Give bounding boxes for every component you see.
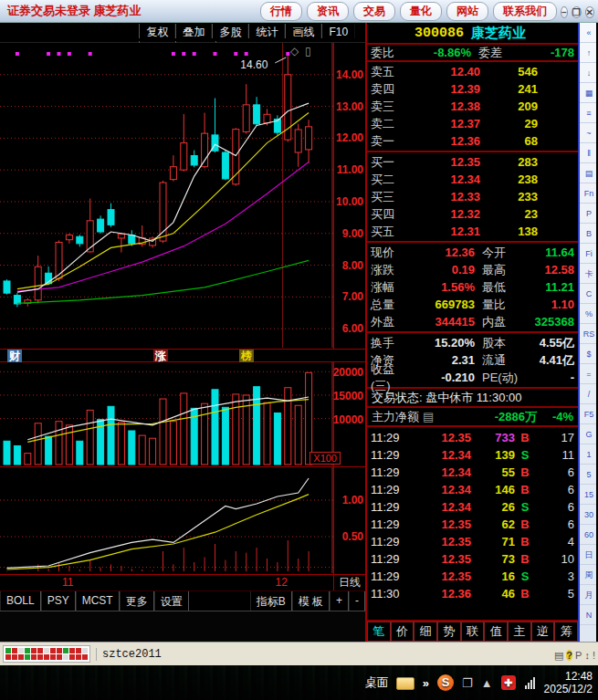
indicator-BOLL-button[interactable]: BOLL: [0, 591, 41, 611]
tick-row[interactable]: 11:29 12.34 146 B 6: [367, 481, 578, 498]
note-icon[interactable]: ▯: [305, 45, 311, 57]
side-tool-icon-C[interactable]: C: [580, 284, 596, 304]
side-tool-icon-‖[interactable]: ‖: [580, 143, 596, 163]
statusbar-icon-4[interactable]: !: [593, 650, 595, 661]
tick-row[interactable]: 11:29 12.35 71 B 4: [367, 533, 578, 550]
quote-queue-row[interactable]: 买三 12.33 233: [367, 188, 578, 205]
side-tool-icon-$[interactable]: $: [580, 344, 596, 364]
side-tool-icon-▤[interactable]: ▤: [580, 163, 596, 183]
kline-plot[interactable]: 14.60◇▯: [0, 43, 333, 349]
volume-plot[interactable]: X100: [0, 362, 333, 466]
side-tool-icon-↓[interactable]: ↓: [580, 63, 596, 83]
indicator---button[interactable]: -: [349, 591, 365, 611]
toolbar-F10-button[interactable]: F10: [321, 24, 355, 38]
tick-row[interactable]: 11:29 12.35 62 B 6: [367, 516, 578, 533]
side-tool-icon-5[interactable]: 5: [580, 465, 596, 485]
quote-tab-主[interactable]: 主: [508, 622, 531, 642]
side-tool-icon-≡[interactable]: ≡: [580, 103, 596, 123]
side-tool-icon-B[interactable]: B: [580, 224, 596, 244]
market-heatmap[interactable]: [3, 645, 90, 663]
statusbar-icon-0[interactable]: ▤: [554, 650, 563, 661]
chart-badge-涨[interactable]: 涨: [153, 350, 168, 362]
tick-row[interactable]: 11:29 12.34 26 S 6: [367, 498, 578, 516]
menu-资讯-button[interactable]: 资讯: [307, 2, 349, 21]
menu-联系我们-button[interactable]: 联系我们: [493, 2, 557, 21]
side-tool-icon-N[interactable]: N: [580, 605, 596, 625]
side-tool-icon-周[interactable]: 周: [580, 565, 596, 585]
quote-queue-row[interactable]: 买二 12.34 238: [367, 171, 578, 188]
quote-queue-row[interactable]: 卖五 12.40 546: [367, 63, 578, 80]
quote-tab-值[interactable]: 值: [484, 622, 508, 642]
menu-网站-button[interactable]: 网站: [446, 2, 488, 21]
restore-button[interactable]: ❐: [572, 6, 582, 18]
tick-row[interactable]: 11:30 12.36 46 B 5: [367, 585, 578, 602]
kline-pane[interactable]: 14.60◇▯ 14.0013.0012.0011.0010.009.008.0…: [0, 43, 365, 350]
menu-交易-button[interactable]: 交易: [353, 2, 395, 21]
side-tool-icon-卡[interactable]: 卡: [580, 264, 596, 284]
side-tool-icon-F5[interactable]: F5: [580, 404, 596, 424]
side-tool-icon-15[interactable]: 15: [580, 485, 596, 505]
folder-icon[interactable]: [396, 677, 414, 690]
toolbar-画线-button[interactable]: 画线: [285, 24, 321, 38]
quote-tab-势[interactable]: 势: [437, 622, 461, 642]
tick-row[interactable]: 11:29 12.34 55 B 6: [367, 464, 578, 481]
indicator-pane[interactable]: 1.000.50: [0, 467, 365, 575]
close-button[interactable]: ✕: [585, 6, 594, 18]
list-icon[interactable]: ▤: [423, 410, 434, 423]
toolbar-叠加-button[interactable]: 叠加: [175, 24, 212, 38]
menu-行情-button[interactable]: 行情: [260, 2, 302, 21]
indicator-指标B-button[interactable]: 指标B: [250, 591, 292, 611]
quote-tab-逆[interactable]: 逆: [531, 622, 555, 642]
quote-tab-笔[interactable]: 笔: [367, 622, 391, 642]
desktop-button[interactable]: 桌面: [365, 674, 389, 691]
side-tool-icon-~[interactable]: ~: [580, 123, 596, 143]
side-tool-icon-«[interactable]: «: [580, 23, 596, 43]
quote-queue-row[interactable]: 卖二 12.37 29: [367, 115, 578, 132]
tick-row[interactable]: 11:29 12.34 139 S 11: [367, 446, 578, 464]
indicator-plot[interactable]: [0, 467, 333, 574]
statusbar-icon-3[interactable]: ↕: [584, 650, 590, 661]
indicator-设置-button[interactable]: 设置: [154, 591, 189, 611]
side-tool-icon-60[interactable]: 60: [580, 525, 596, 545]
side-tool-icon-月[interactable]: 月: [580, 585, 596, 605]
side-tool-icon-日[interactable]: 日: [580, 545, 596, 565]
side-tool-icon-Fn[interactable]: Fn: [580, 183, 596, 204]
indicator-MCST-button[interactable]: MCST: [76, 591, 120, 611]
quote-queue-row[interactable]: 卖四 12.39 241: [367, 80, 578, 98]
tick-list[interactable]: 11:29 12.35 733 B 17 11:29 12.34 139 S 1…: [367, 427, 578, 622]
side-tool-icon-%[interactable]: %: [580, 304, 596, 324]
indicator-更多-button[interactable]: 更多: [120, 591, 154, 611]
side-tool-icon-/[interactable]: /: [580, 384, 596, 404]
network-signal-icon[interactable]: [524, 676, 535, 689]
quote-queue-row[interactable]: 买四 12.32 23: [367, 205, 578, 223]
tick-row[interactable]: 11:29 12.35 73 B 10: [367, 550, 578, 568]
volume-pane[interactable]: X100 200001500010000: [0, 362, 365, 467]
toolbar-统计-button[interactable]: 统计: [248, 24, 285, 38]
quote-queue-row[interactable]: 买一 12.35 283: [367, 153, 578, 171]
statusbar-icon-2[interactable]: P: [575, 650, 582, 661]
period-label[interactable]: 日线: [333, 575, 365, 590]
toolbar-复权-button[interactable]: 复权: [139, 24, 175, 38]
side-tool-icon-=[interactable]: =: [580, 364, 596, 384]
side-tool-icon-P[interactable]: P: [580, 204, 596, 224]
statusbar-icon-1[interactable]: ?: [566, 650, 572, 661]
indicator-PSY-button[interactable]: PSY: [41, 591, 76, 611]
clock[interactable]: 12:48 2025/12/2: [544, 670, 593, 695]
chart-badge-榜[interactable]: 榜: [239, 350, 254, 362]
quote-queue-row[interactable]: 卖一 12.36 68: [367, 132, 578, 150]
side-tool-icon-G[interactable]: G: [580, 424, 596, 444]
tick-row[interactable]: 11:29 12.35 16 S 3: [367, 568, 578, 585]
side-tool-icon-RS[interactable]: RS: [580, 324, 596, 344]
side-tool-icon-30[interactable]: 30: [580, 505, 596, 525]
main-capital-row[interactable]: 主力净额 ▤ -2886万 -4%: [367, 408, 578, 427]
side-tool-icon-1[interactable]: 1: [580, 444, 596, 465]
tray-up-icon[interactable]: ▲: [481, 676, 493, 690]
tray-expand-icon[interactable]: »: [423, 676, 429, 690]
quote-tab-筹[interactable]: 筹: [554, 622, 578, 642]
quote-tab-价[interactable]: 价: [391, 622, 414, 642]
menu-量化-button[interactable]: 量化: [400, 2, 442, 21]
minimize-button[interactable]: –: [561, 6, 568, 18]
indicator-模 板-button[interactable]: 模 板: [292, 591, 330, 611]
window-restore-icon[interactable]: ❐: [462, 676, 473, 690]
diamond-icon[interactable]: ◇: [290, 45, 299, 57]
